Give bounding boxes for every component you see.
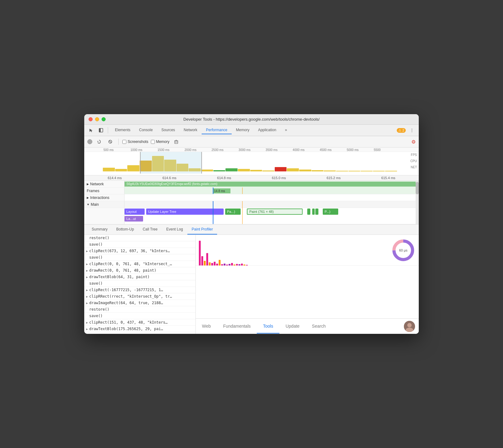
- webpage-tab-fundamentals[interactable]: Fundamentals: [217, 319, 257, 334]
- tab-event-log[interactable]: Event Log: [162, 225, 187, 235]
- paint-item-5[interactable]: ▶ drawRect(0, 0, 761, 48, paint): [84, 267, 195, 274]
- ruler-mark-1: 1000 ms: [130, 148, 157, 152]
- paint-item-0[interactable]: restore(): [84, 235, 195, 241]
- interactions-track-content[interactable]: [125, 194, 419, 201]
- cursor-line-orange: [242, 187, 243, 194]
- warning-badge[interactable]: ⚠ 2: [397, 128, 406, 133]
- paint-item-6[interactable]: ▶ drawTextBlob(64, 31, paint): [84, 274, 195, 280]
- rec-divider: [118, 139, 119, 145]
- screenshots-checkbox[interactable]: Screenshots: [122, 140, 148, 144]
- minimize-button[interactable]: [95, 117, 99, 121]
- interactions-arrow[interactable]: ▶: [87, 196, 89, 199]
- timeline-overview[interactable]: 500 ms 1000 ms 1500 ms 2000 ms 2500 ms 3…: [84, 148, 419, 175]
- update-layer-tree-block[interactable]: Update Layer Tree: [146, 209, 224, 215]
- frames-track-content[interactable]: 14.8 ms: [125, 187, 419, 194]
- main-flame-row: Layout Update Layer Tree Pa...) Paint (7…: [84, 208, 419, 224]
- main-flame-content[interactable]: Layout Update Layer Tree Pa...) Paint (7…: [125, 208, 419, 224]
- small-green-1[interactable]: [307, 209, 310, 215]
- bar-1: [201, 256, 203, 265]
- svg-rect-5: [175, 141, 178, 144]
- paint-item-1[interactable]: save(): [84, 241, 195, 248]
- window-title: Developer Tools - https://developers.goo…: [183, 117, 320, 122]
- tab-performance[interactable]: Performance: [202, 126, 232, 134]
- tab-more[interactable]: »: [281, 126, 291, 134]
- main-header: ▼ Main: [84, 201, 419, 208]
- tab-paint-profiler[interactable]: Paint Profiler: [187, 225, 217, 235]
- tab-bottom-up[interactable]: Bottom-Up: [112, 225, 138, 235]
- traffic-lights: [89, 117, 106, 121]
- bar-0: [199, 241, 201, 265]
- time-mark-5: 615.4 ms: [361, 176, 416, 180]
- p-block[interactable]: P...): [323, 209, 338, 215]
- webpage-tab-search[interactable]: Search: [306, 319, 332, 334]
- bar-18: [243, 265, 245, 265]
- paint-item-7[interactable]: save(): [84, 280, 195, 287]
- scrollbar-thumb[interactable]: [416, 182, 419, 194]
- close-button[interactable]: [89, 117, 93, 121]
- cursor-line: [213, 187, 213, 194]
- tab-application[interactable]: Application: [254, 126, 281, 134]
- tab-summary[interactable]: Summary: [87, 225, 112, 235]
- user-avatar[interactable]: [404, 321, 415, 332]
- frames-label: Frames: [84, 187, 125, 194]
- ruler-mark-8: 4500 ms: [319, 148, 346, 152]
- webpage-tab-update[interactable]: Update: [279, 319, 306, 334]
- paint-item-13[interactable]: ▶ clipRect(151, 0, 437, 48, "kInters…: [84, 319, 195, 326]
- paint-item-10[interactable]: ▶ drawImageRect(64, 64, true, 2188…: [84, 300, 195, 306]
- main-arrow[interactable]: ▼: [87, 203, 90, 206]
- toolbar-divider: [108, 127, 108, 133]
- menu-icon[interactable]: ⋮: [408, 126, 416, 135]
- tab-elements[interactable]: Elements: [111, 126, 135, 134]
- paint-detail-block[interactable]: Paint (761 × 48): [247, 209, 303, 215]
- clear-button[interactable]: [106, 137, 115, 146]
- dock-icon[interactable]: [97, 126, 105, 135]
- small-green-3[interactable]: [315, 209, 318, 215]
- tab-call-tree[interactable]: Call Tree: [138, 225, 162, 235]
- layout-block[interactable]: Layout: [125, 209, 145, 215]
- ruler-mark-6: 3500 ms: [265, 148, 292, 152]
- tab-memory[interactable]: Memory: [232, 126, 254, 134]
- settings-icon[interactable]: ⚙: [411, 139, 416, 145]
- layout-sub-block[interactable]: La...ut: [125, 216, 143, 222]
- paint-item-8[interactable]: ▶ clipRect(-16777215, -16777215, 1…: [84, 287, 195, 293]
- paint-item-2[interactable]: ▶ clipRect(673, 12, 697, 36, "kInters…: [84, 248, 195, 254]
- tab-sources[interactable]: Sources: [157, 126, 179, 134]
- record-button[interactable]: [87, 139, 92, 144]
- vertical-scrollbar[interactable]: [416, 181, 419, 224]
- bottom-content: restore() save() ▶ clipRect(673, 12, 697…: [84, 235, 419, 334]
- webpage-tab-web[interactable]: Web: [196, 319, 217, 334]
- expand-arrow[interactable]: ▶: [87, 183, 89, 186]
- paint-item-9[interactable]: ▶ clipRRect(rrect, "kIntersect_Op", tr…: [84, 293, 195, 300]
- arrow-icon-6: ▶: [86, 295, 88, 298]
- paint-item-12[interactable]: save(): [84, 313, 195, 319]
- reload-button[interactable]: [95, 137, 103, 146]
- network-track-content[interactable]: S6g4U3t-Y5UEw0IE80IlgEseQY3FEmqw.woff2 (…: [125, 181, 419, 187]
- title-bar: Developer Tools - https://developers.goo…: [84, 114, 419, 125]
- warning-icon: ⚠: [398, 128, 401, 132]
- timeline-tracks: FPS CPU NET: [84, 152, 419, 174]
- bar-15: [236, 264, 238, 265]
- tab-network[interactable]: Network: [179, 126, 202, 134]
- paint-item-11[interactable]: restore(): [84, 306, 195, 313]
- paint-item-4[interactable]: ▶ clipRect(0, 0, 761, 48, "kIntersect_…: [84, 261, 195, 267]
- trash-icon[interactable]: [172, 137, 181, 146]
- cursor-icon[interactable]: [87, 126, 95, 135]
- paint-item-14[interactable]: ▶ drawTextBlob(175.265625, 29, pai…: [84, 326, 195, 332]
- bar-2: [204, 261, 206, 265]
- paint-item-3[interactable]: save(): [84, 254, 195, 261]
- memory-checkbox[interactable]: Memory: [151, 140, 169, 144]
- network-bar: S6g4U3t-Y5UEw0IE80IlgEseQY3FEmqw.woff2 (…: [125, 182, 419, 187]
- main-track[interactable]: [125, 201, 419, 208]
- svg-marker-2: [97, 141, 98, 142]
- cpu-label: CPU: [410, 159, 417, 163]
- tab-console[interactable]: Console: [135, 126, 157, 134]
- arrow-icon-5: ▶: [86, 288, 88, 292]
- maximize-button[interactable]: [102, 117, 106, 121]
- network-label: ▶ Network: [84, 181, 125, 187]
- ruler-mark-4: 2500 ms: [211, 148, 238, 152]
- paint-list[interactable]: restore() save() ▶ clipRect(673, 12, 697…: [84, 235, 196, 334]
- timeline-ruler: 500 ms 1000 ms 1500 ms 2000 ms 2500 ms 3…: [84, 148, 419, 152]
- small-green-2[interactable]: [312, 209, 315, 215]
- pa-block[interactable]: Pa...): [225, 209, 241, 215]
- webpage-tab-tools[interactable]: Tools: [257, 319, 279, 334]
